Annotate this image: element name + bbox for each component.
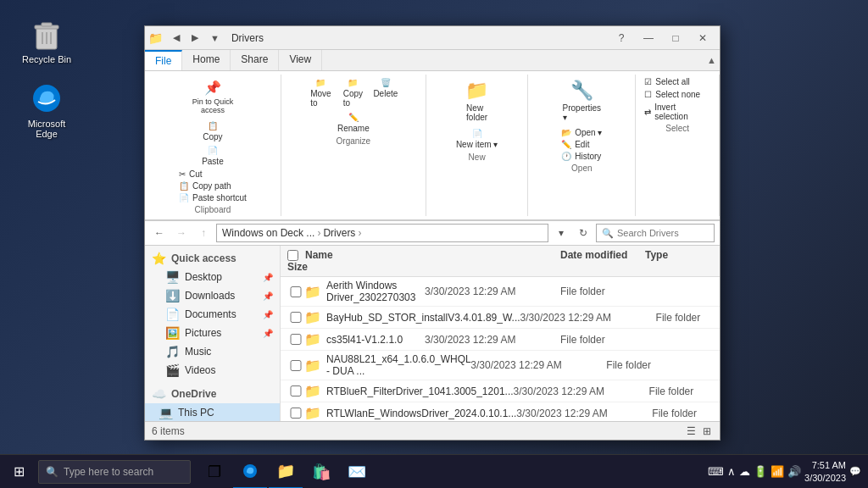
new-item-button[interactable]: 📄 New item ▾ (453, 127, 501, 151)
address-bar: ← → ↑ Windows on Deck ... › Drivers › ▾ … (145, 221, 720, 246)
edge-taskbar-button[interactable] (233, 455, 267, 489)
onedrive-icon: ☁️ (152, 387, 166, 401)
paste-shortcut-button[interactable]: 📄 Paste shortcut (175, 192, 250, 203)
ribbon-tabs: File Home Share View ▲ (145, 50, 720, 71)
table-row[interactable]: 📁 cs35l41-V1.2.1.0 3/30/2023 12:29 AM Fi… (281, 329, 720, 351)
row-checkbox-3[interactable] (287, 360, 304, 371)
properties-button[interactable]: 🔧 Properties▾ (558, 76, 607, 125)
refresh-button[interactable]: ↻ (574, 224, 593, 242)
ribbon-collapse[interactable]: ▲ (707, 55, 716, 65)
copy-button[interactable]: 📋 Copy (175, 119, 250, 143)
select-all-checkbox[interactable] (287, 250, 298, 261)
title-tab-down[interactable]: ▼ (205, 31, 225, 45)
sidebar-item-videos[interactable]: 🎬 Videos (145, 361, 280, 380)
window-title: Drivers (231, 32, 608, 44)
network-tray-icon[interactable]: 📶 (771, 465, 784, 478)
cloud-tray-icon[interactable]: ☁ (739, 465, 750, 478)
explorer-taskbar-button[interactable]: 📁 (269, 455, 303, 489)
file-date-5: 3/30/2023 12:29 AM (516, 408, 652, 419)
volume-tray-icon[interactable]: 🔊 (787, 465, 801, 478)
row-checkbox-1[interactable] (287, 312, 304, 323)
dropdown-button[interactable]: ▾ (552, 224, 570, 242)
table-row[interactable]: 📁 RTBlueR_FilterDriver_1041.3005_1201...… (281, 380, 720, 402)
ribbon-group-open: 🔧 Properties▾ 📂 Open ▾ ✏️ Edit (528, 75, 636, 216)
sidebar-item-onedrive[interactable]: ☁️ OneDrive (145, 385, 280, 403)
pin-label: Pin to Quickaccess (192, 97, 234, 114)
ribbon-tab-home[interactable]: Home (182, 50, 231, 70)
title-tab-back[interactable]: ◀ (168, 30, 185, 45)
row-checkbox-2[interactable] (287, 334, 304, 345)
sidebar-item-pictures[interactable]: 🖼️ Pictures 📌 (145, 324, 280, 342)
list-view-button[interactable]: ☰ (685, 424, 698, 439)
rename-button[interactable]: ✏️ Rename (334, 111, 373, 135)
taskbar-search[interactable]: 🔍 Type here to search (38, 460, 191, 484)
table-row[interactable]: 📁 BayHub_SD_STOR_installV3.4.01.89_W... … (281, 307, 720, 329)
quick-access-icon: ⭐ (152, 252, 166, 265)
pin-to-quick-access-button[interactable]: 📌 Pin to Quickaccess (187, 76, 239, 118)
open-button[interactable]: 📂 Open ▾ (558, 127, 605, 138)
search-input[interactable] (617, 228, 709, 238)
taskbar-search-text: Type here to search (64, 466, 153, 478)
task-view-button[interactable]: ❐ (198, 455, 231, 489)
edit-button[interactable]: ✏️ Edit (558, 139, 605, 150)
taskbar-search-icon: 🔍 (46, 466, 58, 478)
row-checkbox-0[interactable] (287, 286, 304, 297)
table-row[interactable]: 📁 RTLWlanE_WindowsDriver_2024.0.10.1... … (281, 402, 720, 421)
maximize-button[interactable]: □ (662, 26, 689, 50)
up-button[interactable]: ↑ (194, 224, 213, 242)
start-button[interactable]: ⊞ (0, 455, 38, 489)
recycle-bin-label: Recycle Bin (22, 54, 71, 64)
name-column-header: Name (305, 249, 333, 261)
sidebar-item-documents[interactable]: 📄 Documents 📌 (145, 305, 280, 324)
ribbon-group-clipboard: 📌 Pin to Quickaccess 📋 Copy 📄 Paste (145, 75, 281, 216)
store-taskbar-button[interactable]: 🛍️ (304, 455, 338, 489)
notification-icon[interactable]: 💬 (849, 466, 861, 477)
select-all-icon: ☑ (644, 77, 652, 86)
invert-selection-button[interactable]: ⇄ Invert selection (641, 102, 714, 122)
forward-button[interactable]: → (172, 224, 191, 242)
organize-label: Organize (337, 136, 371, 146)
delete-button[interactable]: 🗑️ Delete (370, 76, 401, 109)
chevron-tray-icon[interactable]: ∧ (727, 465, 736, 478)
mail-taskbar-button[interactable]: ✉️ (340, 455, 374, 489)
taskbar-clock[interactable]: 7:51 AM 3/30/2023 (804, 459, 846, 484)
folder-icon-0: 📁 (304, 284, 321, 300)
videos-label: Videos (185, 364, 215, 376)
row-checkbox-4[interactable] (287, 385, 304, 396)
file-name-cell-4: 📁 RTBlueR_FilterDriver_1041.3005_1201... (304, 383, 514, 399)
sidebar-item-desktop[interactable]: 🖥️ Desktop 📌 (145, 268, 280, 286)
select-all-button[interactable]: ☑ Select all (641, 76, 714, 87)
battery-tray-icon[interactable]: 🔋 (754, 465, 767, 478)
select-none-button[interactable]: ☐ Select none (641, 89, 714, 100)
ribbon-tab-view[interactable]: View (279, 50, 322, 70)
close-button[interactable]: ✕ (689, 26, 716, 50)
paste-button[interactable]: 📄 Paste (175, 144, 250, 168)
row-checkbox-5[interactable] (287, 408, 304, 419)
new-folder-button[interactable]: 📁 Newfolder (456, 76, 498, 125)
ribbon-tab-share[interactable]: Share (231, 50, 279, 70)
grid-view-button[interactable]: ⊞ (701, 424, 713, 439)
keyboard-tray-icon[interactable]: ⌨ (708, 465, 724, 478)
title-tab-forward[interactable]: ▶ (186, 30, 203, 45)
move-to-button[interactable]: 📁 Moveto (305, 76, 336, 109)
address-path[interactable]: Windows on Deck ... › Drivers › (216, 224, 548, 242)
sidebar-item-this-pc[interactable]: 💻 This PC (145, 403, 280, 421)
delete-icon: 🗑️ (381, 78, 391, 87)
sidebar-item-downloads[interactable]: ⬇️ Downloads 📌 (145, 286, 280, 305)
sidebar-item-quick-access[interactable]: ⭐ Quick access (145, 249, 280, 268)
copy-to-button[interactable]: 📁 Copyto (337, 76, 368, 109)
ribbon-tab-file[interactable]: File (145, 50, 182, 70)
edge-desktop-icon[interactable]: MicrosoftEdge (17, 81, 76, 139)
history-button[interactable]: 🕐 History (558, 151, 605, 162)
recycle-bin-icon[interactable]: Recycle Bin (17, 17, 76, 64)
copy-path-button[interactable]: 📋 Copy path (175, 180, 250, 191)
back-button[interactable]: ← (150, 224, 169, 242)
folder-icon-2: 📁 (304, 331, 321, 347)
table-row[interactable]: 📁 Aerith Windows Driver_2302270303 3/30/… (281, 277, 720, 307)
table-row[interactable]: 📁 NAU88L21_x64_1.0.6.0_WHQL - DUA ... 3/… (281, 351, 720, 380)
minimize-button[interactable]: — (635, 26, 662, 50)
search-box[interactable]: 🔍 (596, 224, 715, 242)
cut-button[interactable]: ✂ Cut (175, 169, 250, 180)
help-button[interactable]: ? (608, 26, 635, 50)
sidebar-item-music[interactable]: 🎵 Music (145, 342, 280, 361)
